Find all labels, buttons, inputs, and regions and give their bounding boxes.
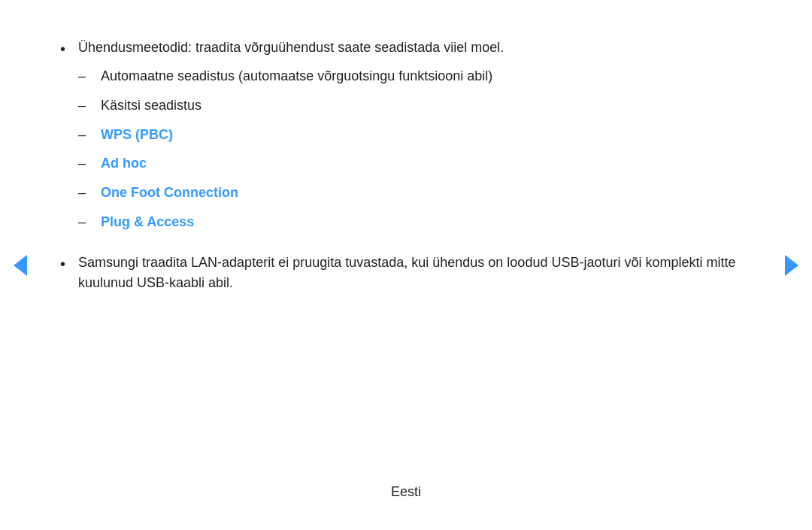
list-item-connectivity: • Ühendusmeetodid: traadita võrguühendus…: [60, 38, 752, 241]
sub-list: – Automaatne seadistus (automaatse võrgu…: [78, 65, 504, 233]
bullet-content: Ühendusmeetodid: traadita võrguühendust …: [78, 38, 504, 241]
footer: Eesti: [60, 484, 752, 507]
dash-adhoc: –: [78, 153, 101, 174]
dash-plugaccess: –: [78, 211, 101, 233]
one-foot-text[interactable]: One Foot Connection: [101, 182, 238, 204]
sub-item-onefoot: – One Foot Connection: [78, 182, 504, 204]
connectivity-text: Ühendusmeetodid: traadita võrguühendust …: [78, 40, 504, 55]
bullet-dot-2: •: [60, 253, 78, 275]
sub-item-auto: – Automaatne seadistus (automaatse võrgu…: [78, 65, 504, 87]
nav-arrow-left[interactable]: [14, 255, 27, 276]
page-container: • Ühendusmeetodid: traadita võrguühendus…: [0, 0, 812, 530]
dash-auto: –: [78, 65, 101, 87]
main-list: • Ühendusmeetodid: traadita võrguühendus…: [60, 38, 752, 293]
manual-setup-text: Käsitsi seadistus: [101, 95, 201, 117]
dash-manual: –: [78, 95, 101, 117]
sub-item-wps: – WPS (PBC): [78, 124, 504, 146]
nav-arrow-right[interactable]: [785, 255, 798, 276]
plug-access-text[interactable]: Plug & Access: [101, 211, 194, 233]
list-item-samsung: • Samsungi traadita LAN-adapterit ei pru…: [60, 253, 752, 293]
sub-item-manual: – Käsitsi seadistus: [78, 95, 504, 117]
bullet-dot: •: [60, 38, 78, 60]
content-area: • Ühendusmeetodid: traadita võrguühendus…: [60, 23, 752, 484]
ad-hoc-text[interactable]: Ad hoc: [101, 153, 147, 174]
sub-item-plugaccess: – Plug & Access: [78, 211, 504, 233]
wps-pbc-text[interactable]: WPS (PBC): [101, 124, 173, 146]
sub-item-adhoc: – Ad hoc: [78, 153, 504, 174]
dash-wps: –: [78, 124, 101, 146]
auto-setup-text: Automaatne seadistus (automaatse võrguot…: [101, 65, 492, 87]
samsung-text: Samsungi traadita LAN-adapterit ei pruug…: [78, 253, 752, 293]
dash-onefoot: –: [78, 182, 101, 204]
language-label: Eesti: [391, 484, 421, 499]
